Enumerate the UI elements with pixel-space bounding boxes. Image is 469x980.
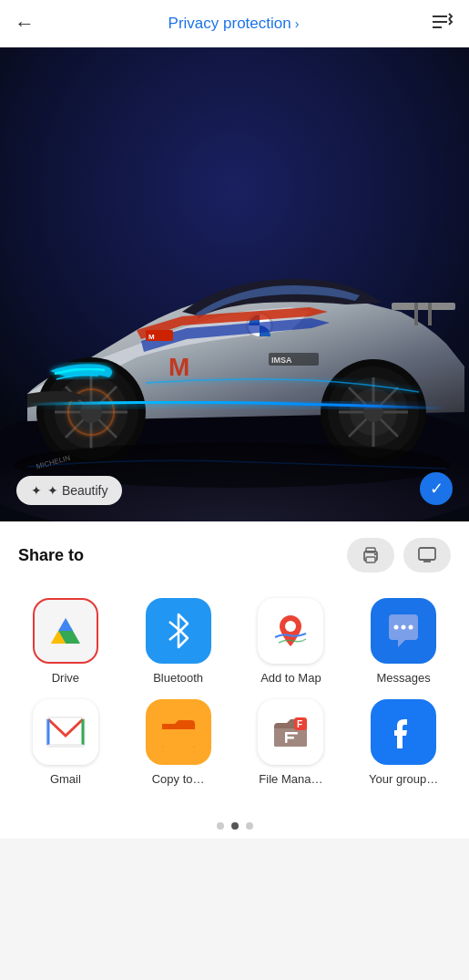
app-gmail[interactable]: Gmail [15, 699, 116, 786]
filter-icon[interactable] [433, 13, 454, 36]
dot-2[interactable] [231, 822, 239, 830]
app-facebook[interactable]: Your group… [353, 699, 454, 786]
back-button[interactable]: ← [15, 12, 35, 36]
beautify-icon: ✦ [31, 483, 42, 498]
svg-rect-32 [414, 303, 418, 325]
copyto-label: Copy to… [152, 772, 205, 786]
apps-row-1: Drive Bluetooth [9, 598, 460, 685]
svg-text:M: M [148, 333, 155, 341]
messages-icon-wrap [371, 598, 436, 664]
messages-label: Messages [377, 671, 431, 685]
svg-rect-37 [366, 557, 375, 562]
maps-label: Add to Map [260, 671, 321, 685]
facebook-icon-wrap [371, 699, 436, 765]
svg-point-39 [374, 553, 376, 555]
svg-rect-38 [366, 548, 375, 552]
svg-point-47 [402, 625, 406, 630]
svg-rect-33 [428, 303, 432, 325]
app-drive[interactable]: Drive [15, 598, 116, 685]
share-actions [347, 538, 451, 573]
screen-cast-button[interactable] [403, 538, 451, 573]
maps-icon-wrap [258, 598, 323, 664]
bluetooth-icon-wrap [146, 598, 211, 664]
bluetooth-label: Bluetooth [153, 671, 203, 685]
beautify-button[interactable]: ✦ ✦ Beautify [16, 476, 122, 505]
header: ← Privacy protection › [0, 0, 469, 47]
svg-rect-52 [285, 732, 288, 743]
fileman-label: File Mana… [259, 772, 322, 786]
app-bluetooth[interactable]: Bluetooth [128, 598, 229, 685]
facebook-label: Your group… [369, 772, 438, 786]
svg-rect-40 [419, 548, 435, 560]
share-label: Share to [18, 546, 84, 565]
gmail-label: Gmail [50, 772, 81, 786]
check-icon: ✓ [430, 479, 444, 499]
svg-point-48 [409, 625, 413, 630]
svg-text:F: F [297, 719, 302, 729]
print-button[interactable] [347, 538, 394, 573]
drive-icon-wrap [33, 598, 98, 664]
svg-point-46 [394, 625, 399, 630]
svg-text:IMSA: IMSA [271, 356, 292, 365]
svg-rect-31 [392, 303, 455, 310]
apps-row-2: Gmail Copy to… [9, 699, 460, 786]
photo-preview: IMSA M MICHELIN [0, 47, 469, 521]
files-icon-wrap [146, 699, 211, 765]
chevron-right-icon: › [295, 16, 300, 31]
app-copyto[interactable]: Copy to… [128, 699, 229, 786]
app-messages[interactable]: Messages [353, 598, 454, 685]
drive-label: Drive [52, 671, 79, 685]
app-filemanager[interactable]: F File Mana… [240, 699, 341, 786]
apps-grid: Drive Bluetooth [0, 582, 469, 810]
gmail-icon-wrap [33, 699, 98, 765]
fileman-icon-wrap: F [258, 699, 323, 765]
header-title[interactable]: Privacy protection › [168, 15, 300, 33]
privacy-protection-link[interactable]: Privacy protection [168, 15, 291, 33]
svg-text:M: M [168, 353, 189, 381]
share-section: Share to [0, 521, 469, 582]
dot-1[interactable] [217, 822, 224, 830]
svg-point-45 [285, 621, 296, 632]
beautify-label: ✦ Beautify [47, 483, 107, 498]
dot-3[interactable] [246, 822, 253, 830]
select-check[interactable]: ✓ [420, 472, 453, 505]
app-maps[interactable]: Add to Map [240, 598, 341, 685]
page-dots [0, 810, 469, 839]
